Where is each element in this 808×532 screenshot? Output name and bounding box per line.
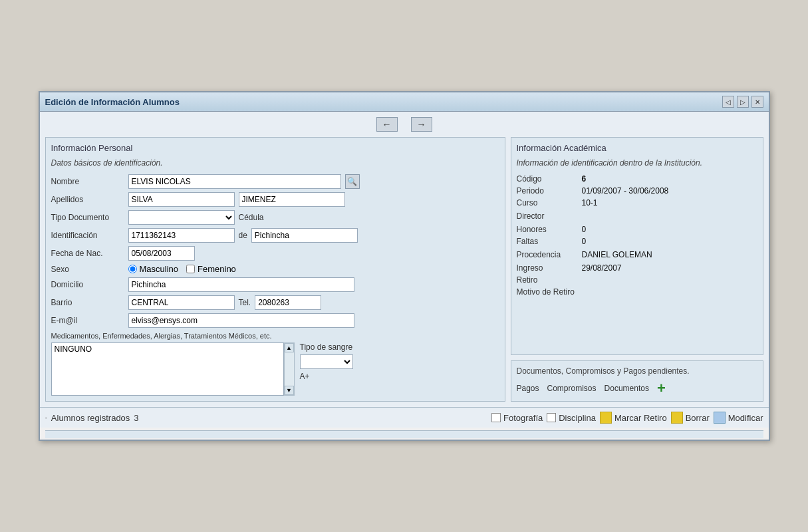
modificar-btn[interactable]: Modificar: [714, 412, 763, 424]
retiro-row: Retiro: [517, 275, 757, 285]
docs-row: Pagos Compromisos Documentos +: [517, 381, 757, 396]
procedencia-row: Procedencia DANIEL GOLEMAN: [517, 250, 757, 259]
scrollbar[interactable]: ▲ ▼: [284, 342, 295, 396]
borrar-label: Borrar: [686, 413, 710, 423]
fotografia-checkbox[interactable]: [491, 413, 501, 422]
main-window: Edición de Información Alumnos ◁ ▷ ✕ ← →…: [39, 91, 770, 441]
sexo-label: Sexo: [51, 265, 124, 274]
blood-value: A+: [300, 372, 353, 381]
fecha-input[interactable]: [128, 246, 195, 261]
personal-panel-subtitle: Datos básicos de identificación.: [51, 158, 499, 168]
codigo-row: Código 6: [517, 174, 757, 184]
de-label: de: [239, 231, 247, 240]
director-label: Director: [517, 211, 577, 221]
medical-label: Medicamentos, Enfermedades, Alergias, Tr…: [51, 332, 499, 340]
search-btn[interactable]: 🔍: [345, 174, 360, 189]
pagos-label: Pagos: [517, 384, 539, 393]
periodo-value: 01/09/2007 - 30/06/2008: [582, 186, 669, 196]
borrar-icon[interactable]: [671, 412, 683, 424]
honores-label: Honores: [517, 225, 577, 234]
femenino-label: Femenino: [198, 264, 236, 274]
procedencia-label: Procedencia: [517, 250, 577, 259]
footer-buttons: Fotografía Disciplina Marcar Retiro Borr…: [491, 412, 763, 424]
apellido1-input[interactable]: [128, 192, 235, 207]
borrar-btn[interactable]: Borrar: [671, 412, 710, 424]
email-input[interactable]: [128, 313, 354, 328]
masculino-option[interactable]: Masculino: [128, 264, 179, 274]
personal-panel: Información Personal Datos básicos de id…: [45, 137, 505, 402]
close-btn[interactable]: ✕: [751, 96, 763, 108]
periodo-label: Periodo: [517, 186, 577, 196]
nav-arrows: ← →: [45, 117, 763, 132]
disciplina-btn[interactable]: Disciplina: [547, 413, 596, 423]
medical-section: Medicamentos, Enfermedades, Alergias, Tr…: [51, 332, 499, 396]
tel-label: Tel.: [239, 298, 251, 307]
disciplina-checkbox[interactable]: [547, 413, 556, 422]
add-docs-btn[interactable]: +: [657, 381, 666, 396]
fecha-row: Fecha de Nac.: [51, 246, 499, 261]
academic-subtitle: Información de identificación dentro de …: [517, 158, 757, 168]
femenino-checkbox[interactable]: [186, 265, 195, 273]
tipo-doc-select[interactable]: [128, 210, 235, 225]
motivo-label: Motivo de Retiro: [517, 287, 577, 297]
fotografia-btn[interactable]: Fotografía: [491, 413, 543, 423]
curso-label: Curso: [517, 198, 577, 207]
ingreso-label: Ingreso: [517, 263, 577, 273]
codigo-value: 6: [582, 174, 587, 184]
marcar-retiro-btn[interactable]: Marcar Retiro: [600, 412, 667, 424]
right-panel: Información Académica Información de ide…: [511, 137, 763, 402]
bottom-scrollbar[interactable]: [45, 430, 763, 438]
window-body: ← → Información Personal Datos básicos d…: [40, 112, 769, 407]
apellidos-label: Apellidos: [51, 195, 124, 204]
window-title: Edición de Información Alumnos: [45, 97, 180, 107]
apellido2-input[interactable]: [239, 192, 345, 207]
email-label: E-m@il: [51, 316, 124, 325]
prev-window-btn[interactable]: ◁: [722, 96, 734, 108]
docs-panel: Documentos, Compromisos y Pagos pendient…: [511, 360, 763, 402]
title-bar: Edición de Información Alumnos ◁ ▷ ✕: [40, 92, 769, 112]
blood-select[interactable]: [300, 354, 353, 369]
lugar-input[interactable]: [251, 228, 358, 243]
nombre-row: Nombre 🔍: [51, 174, 499, 189]
honores-value: 0: [582, 225, 587, 234]
scroll-up[interactable]: ▲: [285, 343, 294, 352]
barrio-input[interactable]: [128, 295, 235, 310]
faltas-label: Faltas: [517, 237, 577, 246]
barrio-label: Barrio: [51, 298, 124, 307]
scroll-down[interactable]: ▼: [285, 386, 294, 395]
docs-subtitle: Documentos, Compromisos y Pagos pendient…: [517, 366, 757, 376]
academic-panel: Información Académica Información de ide…: [511, 137, 763, 355]
textarea-container: NINGUNO ▲ ▼: [51, 342, 295, 396]
curso-value: 10-1: [582, 198, 598, 207]
main-content: Información Personal Datos básicos de id…: [45, 137, 763, 402]
identificacion-label: Identificación: [51, 231, 124, 240]
modificar-icon[interactable]: [714, 412, 726, 424]
motivo-row: Motivo de Retiro: [517, 287, 757, 297]
next-window-btn[interactable]: ▷: [737, 96, 749, 108]
procedencia-value: DANIEL GOLEMAN: [582, 250, 652, 259]
medical-textarea[interactable]: NINGUNO: [51, 342, 284, 396]
director-row: Director: [517, 211, 757, 221]
tel-input[interactable]: [255, 295, 321, 310]
back-btn[interactable]: ←: [376, 117, 398, 132]
footer: · Alumnos registrados 3 Fotografía Disci…: [40, 407, 769, 428]
forward-btn[interactable]: →: [411, 117, 432, 132]
domicilio-row: Domicilio: [51, 277, 499, 292]
academic-title: Información Académica: [517, 143, 757, 153]
masculino-radio[interactable]: [128, 265, 137, 273]
barrio-row: Barrio Tel.: [51, 295, 499, 310]
identificacion-input[interactable]: [128, 228, 235, 243]
apellidos-row: Apellidos: [51, 192, 499, 207]
nombre-label: Nombre: [51, 177, 124, 186]
registered-label: Alumnos registrados: [51, 413, 130, 423]
tipo-doc-label: Tipo Documento: [51, 213, 124, 222]
tipo-doc-row: Tipo Documento Cédula: [51, 210, 499, 225]
masculino-label: Masculino: [140, 264, 179, 274]
femenino-option[interactable]: Femenino: [186, 264, 236, 274]
nombre-input[interactable]: [128, 174, 341, 189]
marcar-retiro-icon[interactable]: [600, 412, 612, 424]
modificar-label: Modificar: [728, 413, 763, 423]
fecha-label: Fecha de Nac.: [51, 249, 124, 258]
domicilio-input[interactable]: [128, 277, 354, 292]
honores-row: Honores 0: [517, 225, 757, 234]
